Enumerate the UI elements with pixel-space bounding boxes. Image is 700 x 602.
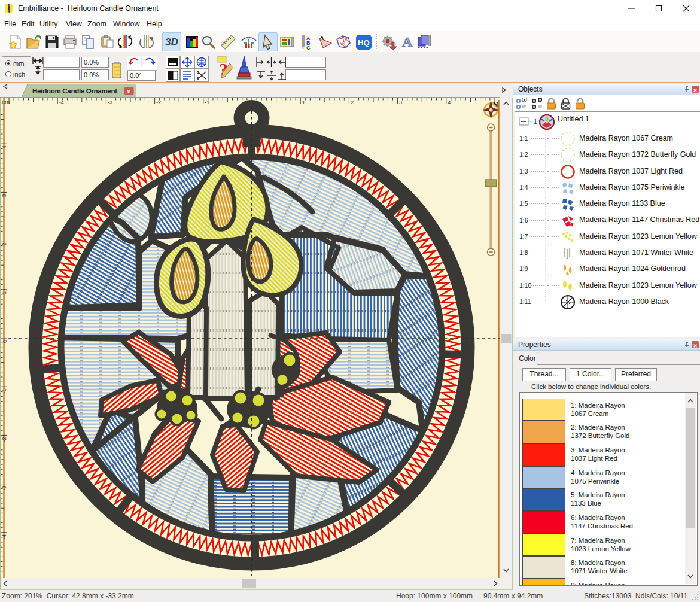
svg-text:2: 2 [351, 99, 354, 105]
svg-text:cm: cm [2, 99, 10, 105]
svg-text:-2: -2 [2, 437, 8, 442]
svg-text:C: C [306, 45, 311, 51]
svg-text:1: 1 [2, 291, 8, 294]
svg-text:A: A [402, 34, 413, 50]
svg-text:1: 1 [534, 118, 537, 125]
svg-text:-1: -1 [2, 388, 8, 393]
svg-text:4: 4 [2, 145, 8, 148]
svg-text:2: 2 [2, 243, 8, 246]
svg-text:-3: -3 [108, 99, 112, 105]
svg-text:inch: inch [13, 71, 25, 78]
svg-text:N: N [493, 101, 498, 109]
svg-text:4: 4 [448, 99, 451, 105]
svg-text:3D: 3D [165, 37, 178, 48]
svg-text:-1: -1 [205, 99, 209, 105]
svg-text:0: 0 [2, 340, 8, 343]
svg-text:3: 3 [2, 194, 8, 197]
svg-text:-4: -4 [2, 534, 8, 539]
svg-text:3: 3 [399, 99, 402, 105]
svg-text:-3: -3 [2, 486, 8, 491]
svg-text:HQ: HQ [358, 38, 370, 47]
svg-text:-2: -2 [156, 99, 161, 105]
svg-text:1: 1 [302, 99, 305, 105]
svg-text:mm: mm [13, 60, 24, 67]
svg-text:-4: -4 [59, 99, 64, 105]
svg-text:0: 0 [254, 99, 257, 105]
